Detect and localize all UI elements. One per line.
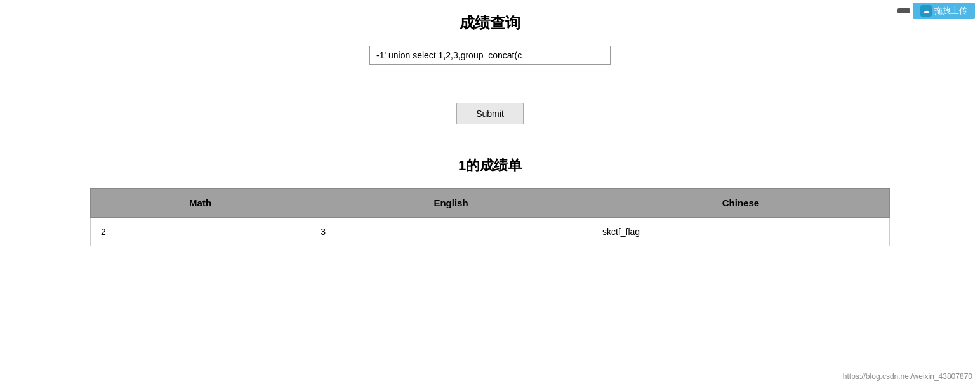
cell-english: 3 — [310, 218, 592, 246]
page-title: 成绩查询 — [460, 13, 520, 33]
main-content: 成绩查询 Submit 1的成绩单 Math English Chinese 2… — [0, 0, 980, 246]
top-right-bar: ☁ 拖拽上传 — [892, 0, 980, 22]
col-header-english: English — [310, 189, 592, 218]
search-input[interactable] — [369, 46, 611, 65]
submit-button[interactable]: Submit — [456, 103, 524, 124]
col-header-math: Math — [91, 189, 310, 218]
table-row: 2 3 skctf_flag — [91, 218, 890, 246]
cell-chinese: skctf_flag — [592, 218, 889, 246]
footer-link[interactable]: https://blog.csdn.net/weixin_43807870 — [843, 372, 972, 381]
upload-label: 拖拽上传 — [934, 5, 967, 17]
table-header-row: Math English Chinese — [91, 189, 890, 218]
col-header-chinese: Chinese — [592, 189, 889, 218]
result-table: Math English Chinese 2 3 skctf_flag — [90, 188, 890, 246]
upload-icon: ☁ — [920, 5, 932, 17]
upload-button[interactable]: ☁ 拖拽上传 — [913, 3, 975, 19]
cell-math: 2 — [91, 218, 310, 246]
result-title: 1的成绩单 — [458, 156, 522, 175]
dark-button[interactable] — [897, 8, 910, 13]
